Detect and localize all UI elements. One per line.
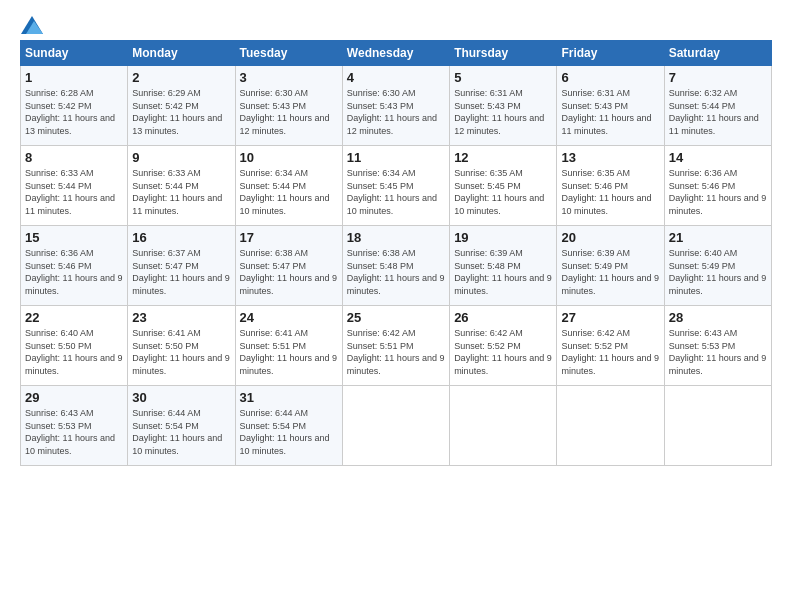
day-detail: Sunrise: 6:31 AMSunset: 5:43 PMDaylight:… [454, 88, 544, 136]
day-detail: Sunrise: 6:37 AMSunset: 5:47 PMDaylight:… [132, 248, 230, 296]
day-number: 23 [132, 310, 230, 325]
day-detail: Sunrise: 6:32 AMSunset: 5:44 PMDaylight:… [669, 88, 759, 136]
calendar-cell: 3 Sunrise: 6:30 AMSunset: 5:43 PMDayligh… [235, 66, 342, 146]
day-detail: Sunrise: 6:44 AMSunset: 5:54 PMDaylight:… [132, 408, 222, 456]
day-detail: Sunrise: 6:36 AMSunset: 5:46 PMDaylight:… [25, 248, 123, 296]
calendar-cell: 29 Sunrise: 6:43 AMSunset: 5:53 PMDaylig… [21, 386, 128, 466]
day-number: 27 [561, 310, 659, 325]
day-detail: Sunrise: 6:39 AMSunset: 5:49 PMDaylight:… [561, 248, 659, 296]
calendar-cell: 27 Sunrise: 6:42 AMSunset: 5:52 PMDaylig… [557, 306, 664, 386]
day-detail: Sunrise: 6:42 AMSunset: 5:52 PMDaylight:… [454, 328, 552, 376]
day-number: 29 [25, 390, 123, 405]
day-number: 11 [347, 150, 445, 165]
day-number: 24 [240, 310, 338, 325]
calendar-week-row: 1 Sunrise: 6:28 AMSunset: 5:42 PMDayligh… [21, 66, 772, 146]
calendar-header: SundayMondayTuesdayWednesdayThursdayFrid… [21, 41, 772, 66]
day-header: Wednesday [342, 41, 449, 66]
day-detail: Sunrise: 6:39 AMSunset: 5:48 PMDaylight:… [454, 248, 552, 296]
day-detail: Sunrise: 6:41 AMSunset: 5:51 PMDaylight:… [240, 328, 338, 376]
calendar-cell: 9 Sunrise: 6:33 AMSunset: 5:44 PMDayligh… [128, 146, 235, 226]
calendar-cell: 14 Sunrise: 6:36 AMSunset: 5:46 PMDaylig… [664, 146, 771, 226]
day-detail: Sunrise: 6:34 AMSunset: 5:44 PMDaylight:… [240, 168, 330, 216]
day-detail: Sunrise: 6:30 AMSunset: 5:43 PMDaylight:… [240, 88, 330, 136]
calendar-week-row: 29 Sunrise: 6:43 AMSunset: 5:53 PMDaylig… [21, 386, 772, 466]
calendar-cell: 22 Sunrise: 6:40 AMSunset: 5:50 PMDaylig… [21, 306, 128, 386]
calendar-cell: 31 Sunrise: 6:44 AMSunset: 5:54 PMDaylig… [235, 386, 342, 466]
day-number: 18 [347, 230, 445, 245]
day-detail: Sunrise: 6:28 AMSunset: 5:42 PMDaylight:… [25, 88, 115, 136]
calendar-cell: 26 Sunrise: 6:42 AMSunset: 5:52 PMDaylig… [450, 306, 557, 386]
logo-icon [21, 16, 43, 34]
day-detail: Sunrise: 6:43 AMSunset: 5:53 PMDaylight:… [25, 408, 115, 456]
day-number: 13 [561, 150, 659, 165]
day-detail: Sunrise: 6:36 AMSunset: 5:46 PMDaylight:… [669, 168, 767, 216]
day-number: 17 [240, 230, 338, 245]
calendar-cell: 10 Sunrise: 6:34 AMSunset: 5:44 PMDaylig… [235, 146, 342, 226]
day-number: 26 [454, 310, 552, 325]
calendar-cell: 21 Sunrise: 6:40 AMSunset: 5:49 PMDaylig… [664, 226, 771, 306]
calendar-cell [342, 386, 449, 466]
day-number: 31 [240, 390, 338, 405]
day-number: 7 [669, 70, 767, 85]
day-detail: Sunrise: 6:38 AMSunset: 5:47 PMDaylight:… [240, 248, 338, 296]
calendar-cell: 11 Sunrise: 6:34 AMSunset: 5:45 PMDaylig… [342, 146, 449, 226]
logo [20, 16, 43, 30]
day-detail: Sunrise: 6:43 AMSunset: 5:53 PMDaylight:… [669, 328, 767, 376]
day-number: 25 [347, 310, 445, 325]
calendar-cell: 5 Sunrise: 6:31 AMSunset: 5:43 PMDayligh… [450, 66, 557, 146]
calendar-cell: 18 Sunrise: 6:38 AMSunset: 5:48 PMDaylig… [342, 226, 449, 306]
calendar-cell: 2 Sunrise: 6:29 AMSunset: 5:42 PMDayligh… [128, 66, 235, 146]
calendar-cell: 15 Sunrise: 6:36 AMSunset: 5:46 PMDaylig… [21, 226, 128, 306]
day-detail: Sunrise: 6:30 AMSunset: 5:43 PMDaylight:… [347, 88, 437, 136]
calendar-cell: 12 Sunrise: 6:35 AMSunset: 5:45 PMDaylig… [450, 146, 557, 226]
day-number: 5 [454, 70, 552, 85]
day-detail: Sunrise: 6:34 AMSunset: 5:45 PMDaylight:… [347, 168, 437, 216]
calendar-cell [557, 386, 664, 466]
day-number: 1 [25, 70, 123, 85]
calendar-cell: 4 Sunrise: 6:30 AMSunset: 5:43 PMDayligh… [342, 66, 449, 146]
day-number: 19 [454, 230, 552, 245]
header [20, 16, 772, 30]
day-detail: Sunrise: 6:29 AMSunset: 5:42 PMDaylight:… [132, 88, 222, 136]
calendar-cell: 6 Sunrise: 6:31 AMSunset: 5:43 PMDayligh… [557, 66, 664, 146]
day-number: 21 [669, 230, 767, 245]
calendar-cell: 24 Sunrise: 6:41 AMSunset: 5:51 PMDaylig… [235, 306, 342, 386]
day-number: 6 [561, 70, 659, 85]
day-number: 22 [25, 310, 123, 325]
day-header: Thursday [450, 41, 557, 66]
day-detail: Sunrise: 6:31 AMSunset: 5:43 PMDaylight:… [561, 88, 651, 136]
day-detail: Sunrise: 6:41 AMSunset: 5:50 PMDaylight:… [132, 328, 230, 376]
day-number: 8 [25, 150, 123, 165]
day-header: Sunday [21, 41, 128, 66]
day-number: 15 [25, 230, 123, 245]
day-header: Saturday [664, 41, 771, 66]
day-number: 3 [240, 70, 338, 85]
day-detail: Sunrise: 6:40 AMSunset: 5:49 PMDaylight:… [669, 248, 767, 296]
calendar-cell: 28 Sunrise: 6:43 AMSunset: 5:53 PMDaylig… [664, 306, 771, 386]
day-number: 16 [132, 230, 230, 245]
day-number: 10 [240, 150, 338, 165]
calendar-cell: 19 Sunrise: 6:39 AMSunset: 5:48 PMDaylig… [450, 226, 557, 306]
day-detail: Sunrise: 6:35 AMSunset: 5:45 PMDaylight:… [454, 168, 544, 216]
day-number: 12 [454, 150, 552, 165]
calendar-cell [664, 386, 771, 466]
day-header: Monday [128, 41, 235, 66]
calendar-table: SundayMondayTuesdayWednesdayThursdayFrid… [20, 40, 772, 466]
day-detail: Sunrise: 6:42 AMSunset: 5:51 PMDaylight:… [347, 328, 445, 376]
calendar-cell: 17 Sunrise: 6:38 AMSunset: 5:47 PMDaylig… [235, 226, 342, 306]
calendar-cell: 30 Sunrise: 6:44 AMSunset: 5:54 PMDaylig… [128, 386, 235, 466]
calendar-week-row: 8 Sunrise: 6:33 AMSunset: 5:44 PMDayligh… [21, 146, 772, 226]
day-number: 20 [561, 230, 659, 245]
calendar-cell: 1 Sunrise: 6:28 AMSunset: 5:42 PMDayligh… [21, 66, 128, 146]
calendar-cell: 8 Sunrise: 6:33 AMSunset: 5:44 PMDayligh… [21, 146, 128, 226]
calendar-cell: 16 Sunrise: 6:37 AMSunset: 5:47 PMDaylig… [128, 226, 235, 306]
day-number: 4 [347, 70, 445, 85]
calendar-cell: 13 Sunrise: 6:35 AMSunset: 5:46 PMDaylig… [557, 146, 664, 226]
day-number: 2 [132, 70, 230, 85]
day-header: Friday [557, 41, 664, 66]
day-detail: Sunrise: 6:38 AMSunset: 5:48 PMDaylight:… [347, 248, 445, 296]
calendar-week-row: 22 Sunrise: 6:40 AMSunset: 5:50 PMDaylig… [21, 306, 772, 386]
day-detail: Sunrise: 6:35 AMSunset: 5:46 PMDaylight:… [561, 168, 651, 216]
day-detail: Sunrise: 6:40 AMSunset: 5:50 PMDaylight:… [25, 328, 123, 376]
day-number: 14 [669, 150, 767, 165]
